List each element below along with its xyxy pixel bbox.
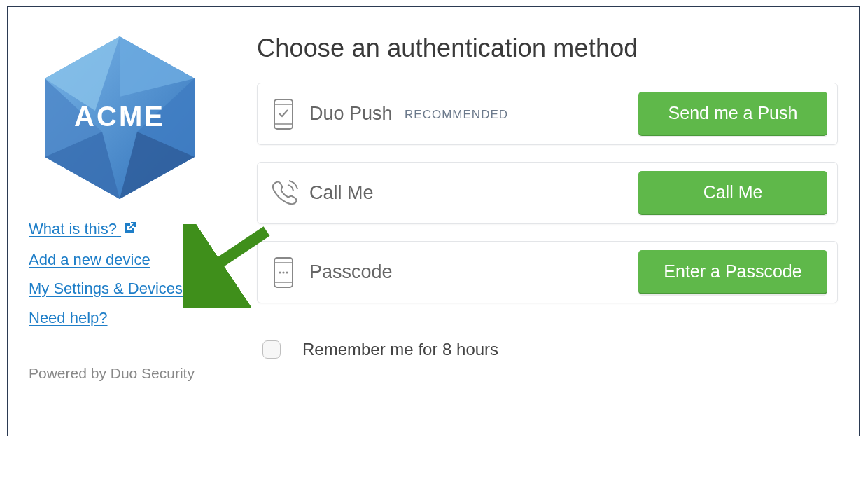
phone-check-icon [267, 98, 300, 130]
logo-text: ACME [74, 101, 165, 132]
link-what-is-this[interactable]: What is this? [29, 219, 136, 241]
phone-call-icon [267, 177, 300, 209]
auth-panel: ACME What is this? Add a new device My S… [7, 6, 860, 436]
svg-point-14 [282, 271, 284, 273]
svg-point-15 [286, 271, 288, 273]
company-logo: ACME [29, 34, 211, 202]
enter-passcode-button[interactable]: Enter a Passcode [638, 250, 827, 294]
method-passcode-label: Passcode [300, 261, 638, 283]
link-my-settings-devices[interactable]: My Settings & Devices [29, 278, 183, 299]
remember-me-checkbox[interactable] [262, 340, 281, 359]
link-what-is-this-label: What is this? [29, 220, 117, 237]
method-duo-push: Duo Push RECOMMENDED Send me a Push [257, 83, 838, 145]
svg-point-13 [279, 271, 281, 273]
page-title: Choose an authentication method [257, 34, 838, 63]
method-call-me-label: Call Me [300, 182, 638, 204]
method-call-me: Call Me Call Me [257, 162, 838, 224]
link-need-help[interactable]: Need help? [29, 308, 108, 329]
remember-me-row: Remember me for 8 hours [257, 338, 838, 361]
method-passcode: Passcode Enter a Passcode [257, 241, 838, 303]
powered-by-text: Powered by Duo Security [29, 365, 239, 382]
method-duo-push-label: Duo Push RECOMMENDED [300, 103, 638, 125]
sidebar-links: What is this? Add a new device My Settin… [29, 219, 239, 337]
call-me-button[interactable]: Call Me [638, 171, 827, 215]
recommended-badge: RECOMMENDED [405, 108, 508, 121]
acme-hex-icon: ACME [39, 34, 200, 202]
method-duo-push-text: Duo Push [309, 103, 393, 124]
send-push-button[interactable]: Send me a Push [638, 92, 827, 136]
link-add-new-device[interactable]: Add a new device [29, 249, 150, 270]
phone-passcode-icon [267, 256, 300, 289]
external-link-icon [122, 220, 136, 241]
main-content: Choose an authentication method Duo Push… [239, 34, 838, 415]
sidebar: ACME What is this? Add a new device My S… [29, 34, 239, 415]
remember-me-label: Remember me for 8 hours [302, 340, 498, 359]
